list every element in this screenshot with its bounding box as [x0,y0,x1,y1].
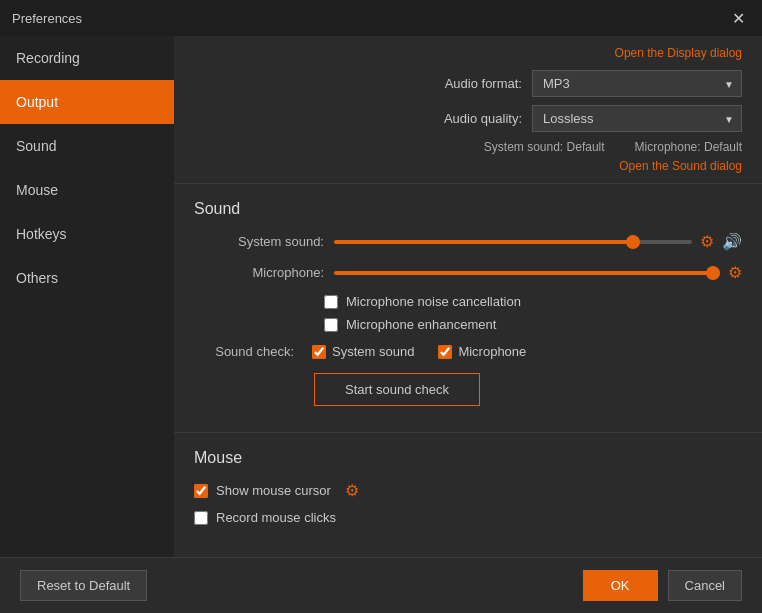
mic-noise-label: Microphone noise cancellation [346,294,521,309]
footer: Reset to Default OK Cancel [0,557,762,613]
audio-quality-label: Audio quality: [444,111,522,126]
audio-format-label: Audio format: [445,76,522,91]
microphone-slider[interactable] [334,271,720,275]
preferences-dialog: Preferences ✕ Recording Output Sound Mou… [0,0,762,613]
system-sound-slider-label: System sound: [194,234,324,249]
system-sound-gear-button[interactable]: ⚙ [700,232,714,251]
sidebar-item-sound[interactable]: Sound [0,124,174,168]
microphone-slider-row: Microphone: ⚙ [194,263,742,282]
microphone-check-group: Microphone [438,344,526,359]
audio-format-select-wrapper: MP3 WAV AAC [532,70,742,97]
mic-enhance-checkbox[interactable] [324,318,338,332]
mic-noise-checkbox[interactable] [324,295,338,309]
system-sound-check-group: System sound [312,344,414,359]
show-mouse-cursor-checkbox[interactable] [194,484,208,498]
system-sound-speaker-icon: 🔊 [722,232,742,251]
sound-check-label: Sound check: [194,344,294,359]
sidebar-item-others[interactable]: Others [0,256,174,300]
sidebar-item-recording[interactable]: Recording [0,36,174,80]
sound-defaults: System sound: Default Microphone: Defaul… [194,140,742,154]
mouse-section: Mouse Show mouse cursor ⚙ Record mouse c… [174,433,762,551]
audio-format-select[interactable]: MP3 WAV AAC [532,70,742,97]
ok-button[interactable]: OK [583,570,658,601]
microphone-gear-button[interactable]: ⚙ [728,263,742,282]
reset-to-default-button[interactable]: Reset to Default [20,570,147,601]
microphone-default: Microphone: Default [635,140,742,154]
mic-noise-row: Microphone noise cancellation [324,294,742,309]
show-mouse-cursor-label: Show mouse cursor [216,483,331,498]
microphone-gear-icon: ⚙ [728,263,742,282]
system-sound-default: System sound: Default [484,140,605,154]
audio-quality-row: Audio quality: Lossless High Medium Low [194,105,742,132]
microphone-slider-container [334,271,720,275]
dialog-title: Preferences [12,11,82,26]
system-sound-speaker-button[interactable]: 🔊 [722,232,742,251]
record-mouse-clicks-row: Record mouse clicks [194,510,742,525]
system-sound-slider[interactable] [334,240,692,244]
show-cursor-gear-button[interactable]: ⚙ [345,481,359,500]
mic-enhance-label: Microphone enhancement [346,317,496,332]
close-button[interactable]: ✕ [726,6,750,30]
footer-left: Reset to Default [20,570,147,601]
system-sound-gear-icon: ⚙ [700,232,714,251]
sound-check-row: Sound check: System sound Microphone [194,344,742,359]
audio-quality-select-wrapper: Lossless High Medium Low [532,105,742,132]
microphone-check-checkbox[interactable] [438,345,452,359]
audio-quality-select[interactable]: Lossless High Medium Low [532,105,742,132]
system-sound-check-label: System sound [332,344,414,359]
sidebar-item-mouse[interactable]: Mouse [0,168,174,212]
open-sound-dialog-link[interactable]: Open the Sound dialog [619,159,742,173]
sidebar: Recording Output Sound Mouse Hotkeys Oth… [0,36,174,557]
top-section: Open the Display dialog Audio format: MP… [174,36,762,184]
content-scroll: Open the Display dialog Audio format: MP… [174,36,762,557]
microphone-slider-label: Microphone: [194,265,324,280]
system-sound-check-checkbox[interactable] [312,345,326,359]
cancel-button[interactable]: Cancel [668,570,742,601]
system-sound-slider-row: System sound: ⚙ 🔊 [194,232,742,251]
sidebar-item-output[interactable]: Output [0,80,174,124]
show-cursor-gear-icon: ⚙ [345,481,359,500]
mouse-section-title: Mouse [194,449,742,467]
audio-format-row: Audio format: MP3 WAV AAC [194,70,742,97]
main-content: Recording Output Sound Mouse Hotkeys Oth… [0,36,762,557]
show-mouse-cursor-row: Show mouse cursor ⚙ [194,481,742,500]
system-sound-icons: ⚙ 🔊 [692,232,742,251]
mic-enhance-row: Microphone enhancement [324,317,742,332]
microphone-check-label: Microphone [458,344,526,359]
record-mouse-clicks-label: Record mouse clicks [216,510,336,525]
sound-section: Sound System sound: ⚙ 🔊 [174,184,762,432]
start-sound-check-button[interactable]: Start sound check [314,373,480,406]
titlebar: Preferences ✕ [0,0,762,36]
microphone-icons: ⚙ [720,263,742,282]
content-area: Open the Display dialog Audio format: MP… [174,36,762,557]
sound-section-title: Sound [194,200,742,218]
record-mouse-clicks-checkbox[interactable] [194,511,208,525]
system-sound-slider-container [334,240,692,244]
open-display-dialog-link[interactable]: Open the Display dialog [194,46,742,60]
footer-right: OK Cancel [583,570,742,601]
sidebar-item-hotkeys[interactable]: Hotkeys [0,212,174,256]
